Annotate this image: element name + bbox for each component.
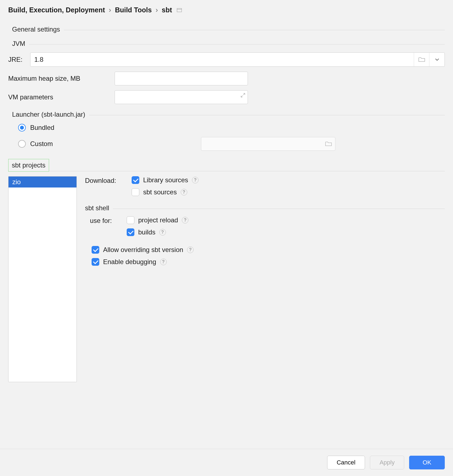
sbt-projects-header: sbt projects xyxy=(8,159,49,172)
checkbox-allow-override[interactable] xyxy=(92,246,99,254)
breadcrumb-level3[interactable]: sbt xyxy=(162,6,172,14)
section-general: General settings xyxy=(12,26,445,33)
checkbox-builds[interactable] xyxy=(127,228,134,236)
breadcrumb-separator-icon: › xyxy=(155,6,158,14)
radio-bundled-label: Bundled xyxy=(30,124,54,131)
heap-input[interactable] xyxy=(115,72,248,85)
section-general-label: General settings xyxy=(12,26,64,33)
section-jvm-label: JVM xyxy=(12,40,29,47)
label-enable-debugging: Enable debugging xyxy=(103,258,156,266)
label-builds: builds xyxy=(138,228,155,236)
checkbox-enable-debugging[interactable] xyxy=(92,258,99,266)
download-label: Download: xyxy=(85,176,132,184)
chevron-down-icon xyxy=(435,58,439,61)
label-sbt-sources: sbt sources xyxy=(143,188,177,196)
label-project-reload: project reload xyxy=(138,216,178,224)
dialog-footer: Cancel Apply OK xyxy=(0,449,453,476)
section-jvm: JVM xyxy=(12,40,445,47)
checkbox-sbt-sources[interactable] xyxy=(132,188,139,196)
help-icon[interactable]: ? xyxy=(159,229,166,236)
vm-params-label: VM parameters xyxy=(8,93,115,101)
help-icon[interactable]: ? xyxy=(192,177,199,183)
section-launcher-label: Launcher (sbt-launch.jar) xyxy=(12,111,89,118)
breadcrumb-level2[interactable]: Build Tools xyxy=(115,6,152,14)
use-for-label: use for: xyxy=(90,216,127,225)
breadcrumb-level1[interactable]: Build, Execution, Deployment xyxy=(8,6,105,14)
jre-browse-button[interactable] xyxy=(414,53,429,66)
breadcrumb: Build, Execution, Deployment › Build Too… xyxy=(0,0,453,19)
radio-custom-label: Custom xyxy=(30,140,53,148)
label-allow-override: Allow overriding sbt version xyxy=(103,246,183,254)
folder-icon xyxy=(325,141,332,146)
window-icon xyxy=(177,8,182,12)
vm-params-input[interactable] xyxy=(115,90,248,104)
section-launcher: Launcher (sbt-launch.jar) xyxy=(12,111,445,118)
label-library-sources: Library sources xyxy=(143,176,188,184)
project-item-zio[interactable]: zio xyxy=(9,177,77,187)
apply-button[interactable]: Apply xyxy=(370,456,404,469)
help-icon[interactable]: ? xyxy=(187,247,194,253)
radio-custom[interactable] xyxy=(18,140,26,148)
project-list[interactable]: zio xyxy=(8,176,77,382)
custom-launcher-path[interactable] xyxy=(201,137,335,151)
checkbox-library-sources[interactable] xyxy=(132,176,139,184)
help-icon[interactable]: ? xyxy=(160,259,167,265)
folder-icon xyxy=(418,57,425,62)
jre-dropdown-button[interactable] xyxy=(429,53,444,66)
help-icon[interactable]: ? xyxy=(182,217,188,223)
help-icon[interactable]: ? xyxy=(181,189,187,195)
jre-label: JRE: xyxy=(8,56,30,63)
jre-value: 1.8 xyxy=(30,53,414,66)
sbt-shell-label: sbt shell xyxy=(85,204,113,212)
breadcrumb-separator-icon: › xyxy=(109,6,111,14)
cancel-button[interactable]: Cancel xyxy=(327,456,365,469)
expand-icon[interactable] xyxy=(240,93,245,98)
heap-label: Maximum heap size, MB xyxy=(8,75,115,82)
svg-rect-0 xyxy=(177,8,182,12)
radio-bundled[interactable] xyxy=(18,124,26,131)
ok-button[interactable]: OK xyxy=(409,456,445,469)
jre-combo[interactable]: 1.8 xyxy=(30,52,445,67)
checkbox-project-reload[interactable] xyxy=(127,216,134,224)
